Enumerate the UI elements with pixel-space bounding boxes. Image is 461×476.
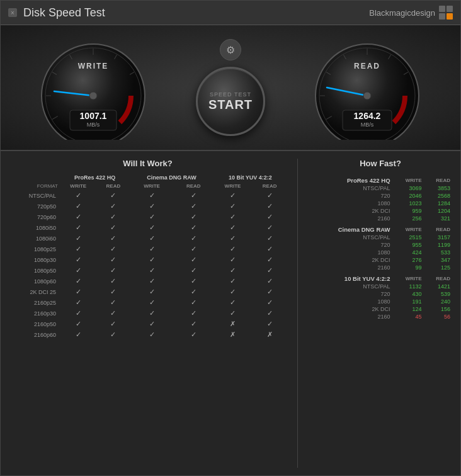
hf-data-row: 2160 99 125 bbox=[308, 264, 453, 271]
hf-read-val: 321 bbox=[424, 215, 453, 222]
hf-data-row: 1080 424 533 bbox=[308, 249, 453, 256]
hf-read-val: 156 bbox=[424, 305, 453, 313]
gear-button[interactable]: ⚙ bbox=[220, 39, 241, 60]
gauges-area: 1007.1 MB/s WRITE ⚙ SPEED TEST START bbox=[1, 25, 460, 151]
wiw-format-cell: 1080p30 bbox=[8, 254, 60, 265]
wiw-row: 1080i50 ✓ ✓ ✓ ✓ ✓ ✓ bbox=[8, 222, 287, 233]
start-button[interactable]: SPEED TEST START bbox=[196, 67, 265, 136]
wiw-read-h3: READ bbox=[252, 182, 287, 190]
wiw-p2r-cell: ✓ bbox=[174, 297, 213, 308]
wiw-p3w-cell: ✗ bbox=[213, 329, 253, 340]
wiw-format-cell: 720p60 bbox=[8, 212, 60, 222]
wiw-p1w-cell: ✓ bbox=[60, 190, 96, 201]
wiw-row: 720p60 ✓ ✓ ✓ ✓ ✓ ✓ bbox=[8, 212, 287, 222]
hf-write-val: 3069 bbox=[393, 184, 424, 192]
read-gauge-svg: 1264.2 MB/s READ bbox=[309, 36, 426, 140]
wiw-p2r-cell: ✓ bbox=[174, 276, 213, 286]
wiw-p3r-cell: ✓ bbox=[252, 201, 287, 212]
wiw-p3w-cell: ✗ bbox=[213, 319, 253, 329]
wiw-p3r-cell: ✓ bbox=[252, 265, 287, 276]
brand-sq-4 bbox=[447, 13, 453, 20]
wiw-p2r-cell: ✓ bbox=[174, 190, 213, 201]
hf-category-label: ProRes 422 HQ bbox=[308, 173, 393, 184]
wiw-p2r-cell: ✓ bbox=[174, 201, 213, 212]
wiw-p3r-cell: ✓ bbox=[252, 222, 287, 233]
hf-category-row: 10 Bit YUV 4:2:2 WRITE READ bbox=[308, 271, 453, 283]
hf-read-val: 240 bbox=[424, 298, 453, 305]
hf-category-row: ProRes 422 HQ WRITE READ bbox=[308, 173, 453, 184]
hf-read-val: 533 bbox=[424, 249, 453, 256]
main-window: × Disk Speed Test Blackmagicdesign bbox=[0, 0, 461, 476]
wiw-p2r-cell: ✓ bbox=[174, 286, 213, 297]
wiw-p1r-cell: ✓ bbox=[96, 276, 130, 286]
wiw-p3r-cell: ✓ bbox=[252, 297, 287, 308]
hf-row-label: 1080 bbox=[308, 249, 393, 256]
wiw-p1w-cell: ✓ bbox=[60, 308, 96, 319]
wiw-p1r-cell: ✓ bbox=[96, 308, 130, 319]
wiw-p3r-cell: ✓ bbox=[252, 244, 287, 254]
hf-title: How Fast? bbox=[308, 159, 453, 168]
wiw-write-h2: WRITE bbox=[130, 182, 174, 190]
wiw-p3w-cell: ✓ bbox=[213, 222, 253, 233]
wiw-format-cell: 2K DCI 25 bbox=[8, 286, 60, 297]
wiw-p3w-cell: ✓ bbox=[213, 233, 253, 244]
wiw-p3w-cell: ✓ bbox=[213, 286, 253, 297]
wiw-p3w-cell: ✓ bbox=[213, 276, 253, 286]
wiw-p1w-cell: ✓ bbox=[60, 265, 96, 276]
wiw-p2w-cell: ✓ bbox=[130, 297, 174, 308]
close-button[interactable]: × bbox=[8, 8, 17, 17]
hf-read-val: 1284 bbox=[424, 200, 453, 207]
wiw-p2w-cell: ✓ bbox=[130, 308, 174, 319]
hf-row-label: 2160 bbox=[308, 264, 393, 271]
wiw-format-header bbox=[8, 173, 60, 182]
hf-write-header: WRITE bbox=[393, 222, 424, 234]
hf-data-row: 1080 1023 1284 bbox=[308, 200, 453, 207]
wiw-p3w-cell: ✓ bbox=[213, 265, 253, 276]
hf-read-val: 125 bbox=[424, 264, 453, 271]
hf-write-val: 1132 bbox=[393, 283, 424, 290]
wiw-p3w-cell: ✓ bbox=[213, 190, 253, 201]
wiw-prores-header: ProRes 422 HQ bbox=[60, 173, 130, 182]
titlebar-left: × Disk Speed Test bbox=[8, 6, 105, 20]
hf-row-label: 2K DCI bbox=[308, 256, 393, 264]
wiw-p1w-cell: ✓ bbox=[60, 319, 96, 329]
hf-read-val: 56 bbox=[424, 313, 453, 320]
hf-row-label: NTSC/PAL bbox=[308, 184, 393, 192]
wiw-format-cell: 2160p25 bbox=[8, 297, 60, 308]
section-divider bbox=[297, 159, 298, 468]
wiw-p3r-cell: ✓ bbox=[252, 308, 287, 319]
wiw-write-h3: WRITE bbox=[213, 182, 253, 190]
svg-text:MB/s: MB/s bbox=[361, 122, 374, 128]
hf-row-label: 720 bbox=[308, 241, 393, 249]
hf-category-label: Cinema DNG RAW bbox=[308, 222, 393, 234]
wiw-p3w-cell: ✓ bbox=[213, 297, 253, 308]
wiw-p2w-cell: ✓ bbox=[130, 276, 174, 286]
write-gauge-svg: 1007.1 MB/s WRITE bbox=[35, 36, 152, 140]
speed-test-label: SPEED TEST bbox=[210, 91, 251, 98]
write-gauge: 1007.1 MB/s WRITE bbox=[35, 36, 152, 140]
wiw-p2w-cell: ✓ bbox=[130, 319, 174, 329]
hf-write-header: WRITE bbox=[393, 271, 424, 283]
wiw-p2r-cell: ✓ bbox=[174, 319, 213, 329]
hf-read-header: READ bbox=[424, 222, 453, 234]
wiw-p2w-cell: ✓ bbox=[130, 222, 174, 233]
wiw-read-h2: READ bbox=[174, 182, 213, 190]
wiw-p1w-cell: ✓ bbox=[60, 233, 96, 244]
hf-data-row: NTSC/PAL 1132 1421 bbox=[308, 283, 453, 290]
wiw-format-cell: 1080i60 bbox=[8, 233, 60, 244]
wiw-p3r-cell: ✓ bbox=[252, 212, 287, 222]
svg-text:MB/s: MB/s bbox=[87, 122, 100, 128]
wiw-format-cell: 720p50 bbox=[8, 201, 60, 212]
hf-row-label: 2160 bbox=[308, 313, 393, 320]
wiw-p2w-cell: ✓ bbox=[130, 212, 174, 222]
wiw-row: 720p50 ✓ ✓ ✓ ✓ ✓ ✓ bbox=[8, 201, 287, 212]
hf-read-val: 3157 bbox=[424, 234, 453, 241]
svg-point-10 bbox=[89, 92, 97, 99]
hf-read-val: 2568 bbox=[424, 192, 453, 200]
hf-read-val: 1421 bbox=[424, 283, 453, 290]
wiw-row: 1080p30 ✓ ✓ ✓ ✓ ✓ ✓ bbox=[8, 254, 287, 265]
wiw-p1w-cell: ✓ bbox=[60, 222, 96, 233]
wiw-p1w-cell: ✓ bbox=[60, 244, 96, 254]
gear-icon: ⚙ bbox=[226, 44, 235, 56]
hf-data-row: 2160 45 56 bbox=[308, 313, 453, 320]
